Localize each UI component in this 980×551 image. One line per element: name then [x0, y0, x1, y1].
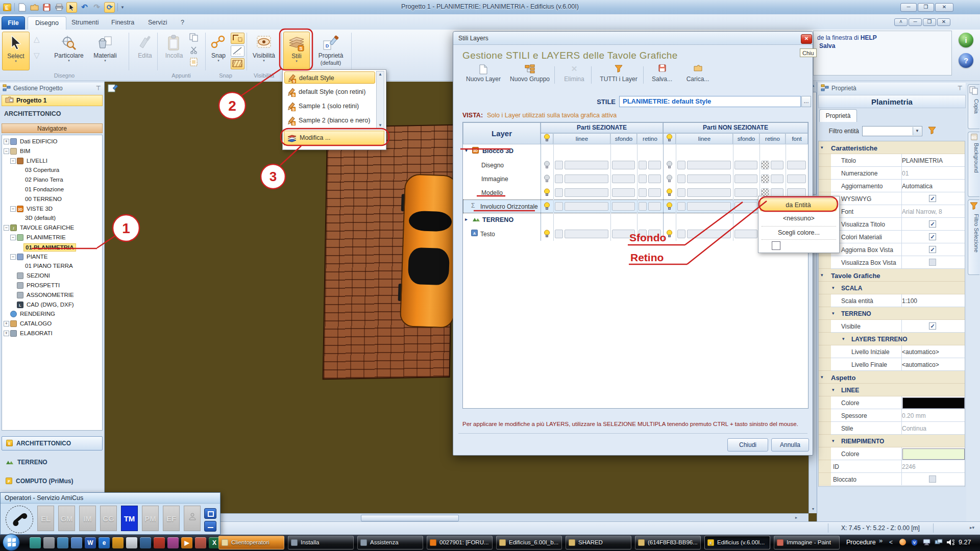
- property-row-colori-materiali[interactable]: Colori Materiali✓: [819, 231, 965, 243]
- operators-title[interactable]: Operatori - Servizio AmiCus: [1, 493, 220, 504]
- select-button[interactable]: Select▾: [2, 32, 30, 70]
- undo-button[interactable]: ↶: [80, 3, 89, 12]
- tree-item-01-piano-terra[interactable]: 01 PIANO TERRA: [2, 261, 102, 271]
- dialog-toolbar-carica-[interactable]: Carica...: [682, 64, 714, 87]
- layer-row-modello[interactable]: Modello: [463, 186, 808, 199]
- value-cell[interactable]: [687, 188, 731, 197]
- value-cell[interactable]: [787, 161, 806, 169]
- taskbar-window-installa[interactable]: Installa: [288, 536, 354, 549]
- tab-disegno[interactable]: Disegno: [28, 16, 66, 30]
- side-tab-filtro-selezione[interactable]: Filtro Selezione: [968, 199, 979, 275]
- tab-file[interactable]: File: [2, 16, 25, 30]
- property-row-font[interactable]: ▸FontArial Narrow, 8: [819, 205, 965, 218]
- scroll-right-icon[interactable]: ▸: [792, 514, 800, 521]
- value-cell[interactable]: [612, 202, 635, 211]
- section-collapse-icon[interactable]: ▾: [832, 438, 835, 443]
- property-row-aspetto[interactable]: ▾Aspetto: [819, 371, 965, 384]
- stile-browse-button[interactable]: ...: [801, 96, 811, 107]
- tab-help[interactable]: ?: [174, 16, 191, 29]
- restore-button[interactable]: ❒: [918, 3, 934, 12]
- pin-icon[interactable]: ⊤: [958, 85, 963, 92]
- snap-toggle-hatch[interactable]: [231, 58, 244, 69]
- layer-bulb-icon[interactable]: [544, 202, 550, 212]
- value-cell[interactable]: [565, 161, 608, 169]
- module-button-computo-primus-[interactable]: PCOMPUTO (PriMus): [2, 474, 103, 488]
- phone-icon[interactable]: [6, 506, 33, 533]
- green-color-swatch[interactable]: [772, 241, 780, 250]
- checkbox-unchecked[interactable]: [929, 259, 936, 266]
- color-swatch-cell[interactable]: [555, 188, 563, 197]
- property-row-visualizza-box-vista[interactable]: Visualizza Box Vista: [819, 256, 965, 269]
- dialog-toolbar-nuovo-gruppo[interactable]: Nuovo Gruppo: [506, 64, 553, 87]
- dropdown-item-2[interactable]: SSample 1 (solo retini): [284, 100, 375, 112]
- taskbar-window--614f8f83-bb96-[interactable]: (614F8F83-BB96...: [635, 536, 701, 549]
- value-cell[interactable]: [612, 161, 635, 169]
- property-value[interactable]: Continua: [902, 425, 962, 432]
- tree-item-tavole-grafiche[interactable]: −/TAVOLE GRAFICHE: [2, 223, 102, 233]
- taskbar-window-edificius-v-6-00i-[interactable]: EEdificius (v.6.00I...: [704, 536, 770, 549]
- navigator-header[interactable]: Navigatore: [2, 123, 103, 133]
- menu-item-nessuno[interactable]: <nessuno>: [758, 215, 839, 222]
- layer-bulb-icon[interactable]: [666, 202, 673, 212]
- value-cell[interactable]: [734, 230, 757, 238]
- scroll-down-icon[interactable]: ▾: [809, 505, 817, 513]
- taskbar-window-edificius-6-00i-b-[interactable]: Edificius_6.00I_b...: [496, 536, 562, 549]
- print-button[interactable]: [54, 3, 64, 12]
- checkbox-checked[interactable]: ✓: [929, 233, 936, 240]
- value-cell[interactable]: [687, 161, 731, 169]
- quicklaunch-icon-4[interactable]: W: [85, 537, 96, 548]
- layer-bulb-icon[interactable]: [544, 161, 550, 170]
- color-swatch-cell[interactable]: [639, 202, 647, 211]
- dialog-toolbar-salva-[interactable]: Salva...: [647, 64, 677, 87]
- operator-button-ef[interactable]: EF: [163, 506, 180, 531]
- color-swatch-cell[interactable]: [639, 174, 647, 183]
- layer-bulb-icon[interactable]: [544, 188, 550, 198]
- tree-expander-icon[interactable]: −: [10, 158, 16, 164]
- tree-item-planimetrie[interactable]: −PLANIMETRIE: [2, 233, 102, 242]
- quicklaunch-icon-1[interactable]: [43, 537, 55, 548]
- qat-customize-arrow-icon[interactable]: ▼: [120, 5, 125, 10]
- module-button-terreno[interactable]: TERRENO: [2, 455, 103, 469]
- property-value[interactable]: Automatica: [902, 183, 962, 190]
- quicklaunch-icon-7[interactable]: [126, 537, 137, 548]
- operator-button-cg[interactable]: CG: [100, 506, 117, 531]
- value-cell[interactable]: [734, 202, 757, 211]
- tree-item-rendering[interactable]: RENDERING: [2, 309, 102, 319]
- layer-bulb-icon[interactable]: [666, 188, 673, 198]
- tray-update-icon[interactable]: [899, 539, 906, 547]
- tree-item-bim[interactable]: −BIM: [2, 146, 102, 156]
- value-cell[interactable]: [565, 202, 608, 211]
- color-swatch-cell[interactable]: [639, 188, 647, 197]
- color-swatch-cell[interactable]: [555, 230, 563, 238]
- layer-row-involucro-orizzontale[interactable]: ΣInvolucro Orizzontale: [463, 199, 808, 213]
- stile-value-field[interactable]: PLANIMETRIE: default Style: [619, 96, 801, 107]
- value-cell[interactable]: [612, 188, 635, 197]
- tree-item-00-terreno[interactable]: 00 TERRENO: [2, 194, 102, 204]
- value-cell[interactable]: [687, 230, 731, 238]
- tab-proprieta[interactable]: Proprietà: [819, 109, 857, 122]
- tree-item-assonometrie[interactable]: ASSONOMETRIE: [2, 290, 102, 300]
- section-collapse-icon[interactable]: ▾: [832, 285, 835, 290]
- tree-item-3d-default-[interactable]: 3D (default): [2, 213, 102, 223]
- paste-special-icon[interactable]: [189, 57, 199, 67]
- value-cell[interactable]: [648, 161, 661, 169]
- checkbox-checked[interactable]: ✓: [929, 220, 936, 228]
- quicklaunch-icon-0[interactable]: [30, 537, 41, 548]
- property-row-numerazione[interactable]: Numerazione01: [819, 167, 965, 180]
- layer-bulb-icon[interactable]: [544, 230, 550, 239]
- tree-expander-icon[interactable]: +: [4, 331, 9, 336]
- annulla-button[interactable]: Annulla: [771, 438, 809, 452]
- property-row-spessore[interactable]: Spessore0.20 mm: [819, 409, 965, 422]
- tree-expander-icon[interactable]: −: [10, 235, 16, 240]
- layer-row-disegno[interactable]: Disegno: [463, 158, 808, 172]
- color-swatch-cell[interactable]: [555, 161, 563, 169]
- value-cell[interactable]: [734, 188, 757, 197]
- hscroll-thumb[interactable]: [361, 515, 459, 521]
- color-swatch-cell[interactable]: [677, 174, 685, 183]
- copy-icon[interactable]: [189, 33, 199, 42]
- ribbon-collapse-button[interactable]: ˄: [894, 18, 908, 26]
- section-collapse-icon[interactable]: ▾: [832, 311, 835, 316]
- property-row-livello-finale[interactable]: Livello Finale<automatico>: [819, 358, 965, 371]
- side-tab-background[interactable]: BGBackground: [968, 132, 979, 197]
- value-cell[interactable]: [612, 230, 635, 238]
